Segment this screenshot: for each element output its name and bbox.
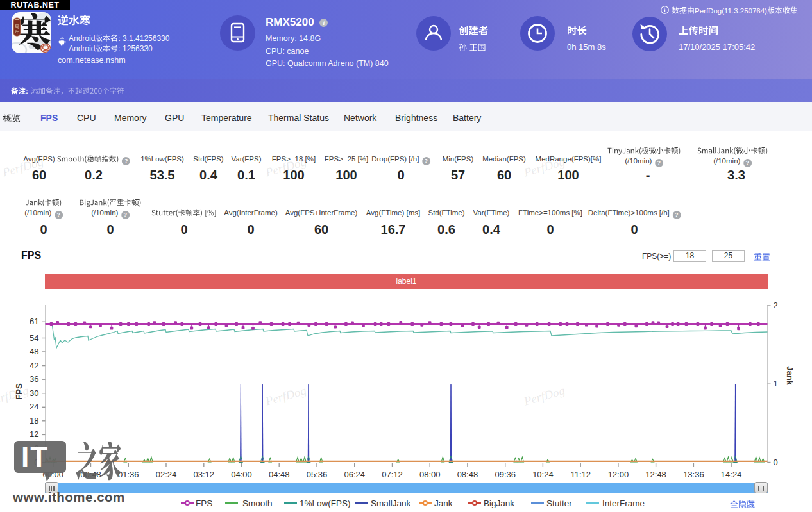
- svg-text:12:00: 12:00: [608, 470, 629, 479]
- svg-text:10:24: 10:24: [532, 470, 554, 479]
- svg-text:54: 54: [30, 333, 38, 343]
- svg-text:48: 48: [30, 347, 38, 356]
- svg-text:24: 24: [30, 402, 38, 411]
- svg-text:0: 0: [774, 458, 778, 467]
- svg-text:12:48: 12:48: [645, 470, 666, 479]
- svg-text:14:24: 14:24: [721, 470, 742, 479]
- svg-text:13:36: 13:36: [683, 470, 704, 479]
- svg-text:30: 30: [30, 388, 38, 398]
- svg-text:61: 61: [30, 317, 38, 326]
- svg-text:07:12: 07:12: [382, 470, 403, 479]
- svg-text:42: 42: [30, 361, 38, 370]
- svg-text:04:48: 04:48: [269, 470, 290, 479]
- svg-text:12: 12: [30, 429, 38, 439]
- svg-text:02:24: 02:24: [156, 470, 177, 479]
- svg-text:Jank: Jank: [785, 366, 795, 385]
- svg-text:03:12: 03:12: [194, 470, 215, 479]
- svg-text:2: 2: [774, 301, 778, 310]
- svg-text:06:24: 06:24: [344, 470, 365, 479]
- svg-text:FPS: FPS: [14, 383, 24, 400]
- svg-text:36: 36: [30, 374, 38, 384]
- svg-text:1: 1: [774, 379, 778, 388]
- svg-text:09:36: 09:36: [495, 470, 516, 479]
- svg-text:08:00: 08:00: [419, 470, 441, 479]
- svg-text:04:00: 04:00: [231, 470, 252, 479]
- svg-text:11:12: 11:12: [570, 470, 591, 479]
- svg-text:08:48: 08:48: [457, 470, 478, 479]
- svg-text:05:36: 05:36: [307, 470, 328, 479]
- svg-text:18: 18: [30, 416, 38, 425]
